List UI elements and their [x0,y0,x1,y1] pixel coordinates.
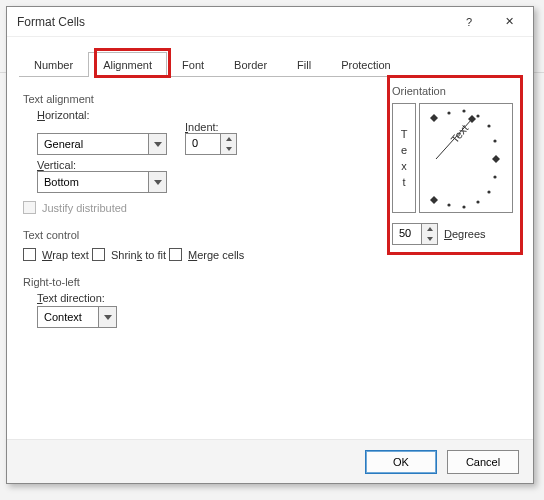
svg-point-3 [476,114,479,117]
indent-spinner[interactable]: 0 [185,133,237,155]
degrees-label: Degrees [444,228,486,240]
svg-point-1 [493,139,496,142]
svg-marker-12 [430,196,438,204]
orientation-section: Orientation [392,85,517,97]
degrees-spinner[interactable]: 50 [392,223,438,245]
svg-point-10 [462,205,465,208]
svg-point-4 [462,109,465,112]
content-area: Text alignment Horizontal: General Inden… [7,77,533,455]
checkbox-icon [23,248,36,261]
tab-font[interactable]: Font [167,52,219,77]
ok-button[interactable]: OK [365,450,437,474]
tab-protection[interactable]: Protection [326,52,406,77]
tab-fill[interactable]: Fill [282,52,326,77]
titlebar: Format Cells ? ✕ [7,7,533,37]
text-direction-value: Context [38,311,98,323]
svg-marker-0 [492,155,500,163]
tab-number[interactable]: Number [19,52,88,77]
dialog-footer: OK Cancel [7,439,533,483]
tab-strip: Number Alignment Font Border Fill Protec… [19,51,521,77]
help-button[interactable]: ? [449,8,489,36]
orientation-vertical-box[interactable]: T e x t [392,103,416,213]
indent-label: Indent: [185,121,237,133]
merge-cells-checkbox[interactable]: Merge cells [169,248,244,261]
text-direction-label: Text direction: [37,292,517,304]
spinner-down-icon[interactable] [422,234,437,244]
shrink-to-fit-checkbox[interactable]: Shrink to fit [92,248,166,261]
spinner-up-icon[interactable] [422,224,437,234]
vertical-combo[interactable]: Bottom [37,171,167,193]
chevron-down-icon [148,134,166,154]
justify-distributed-checkbox: Justify distributed [23,201,127,214]
svg-point-7 [493,175,496,178]
spinner-up-icon[interactable] [221,134,236,144]
rtl-section: Right-to-left [23,276,517,288]
chevron-down-icon [148,172,166,192]
close-icon: ✕ [505,15,514,28]
cancel-button[interactable]: Cancel [447,450,519,474]
checkbox-icon [23,201,36,214]
svg-point-8 [487,190,490,193]
horizontal-value: General [38,138,148,150]
vertical-value: Bottom [38,176,148,188]
orientation-arc-icon: Text [420,104,514,214]
orientation-arc-box[interactable]: Text [419,103,513,213]
svg-point-2 [487,124,490,127]
checkbox-icon [92,248,105,261]
dialog-title: Format Cells [17,15,449,29]
checkbox-icon [169,248,182,261]
chevron-down-icon [98,307,116,327]
svg-marker-6 [430,114,438,122]
degrees-value: 50 [393,224,421,244]
help-icon: ? [466,16,472,28]
format-cells-dialog: Format Cells ? ✕ Number Alignment Font B… [6,6,534,484]
text-direction-combo[interactable]: Context [37,306,117,328]
indent-value: 0 [186,134,220,154]
svg-point-11 [447,203,450,206]
svg-point-5 [447,111,450,114]
svg-point-9 [476,200,479,203]
close-button[interactable]: ✕ [489,8,529,36]
tab-alignment[interactable]: Alignment [88,52,167,77]
tab-border[interactable]: Border [219,52,282,77]
spinner-down-icon[interactable] [221,144,236,154]
horizontal-combo[interactable]: General [37,133,167,155]
orientation-panel: Orientation T e x t [392,79,517,245]
wrap-text-checkbox[interactable]: Wrap text [23,248,89,261]
